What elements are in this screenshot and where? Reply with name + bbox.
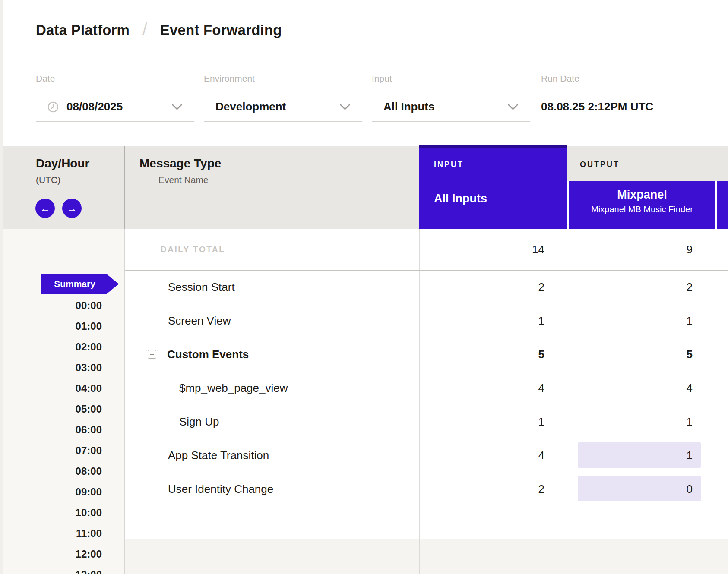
run-date-label: Run Date xyxy=(541,73,579,84)
table-footer-area xyxy=(125,539,728,574)
output-count: 4 xyxy=(567,371,693,405)
hour-item[interactable]: 08:00 xyxy=(3,465,102,478)
input-column-name: All Inputs xyxy=(434,192,487,205)
arrow-left-icon: ← xyxy=(40,202,51,214)
message-type-header: Message Type xyxy=(139,157,221,170)
input-group-label: INPUT xyxy=(434,160,464,169)
output-count: 2 xyxy=(567,270,693,304)
input-column-header: INPUT All Inputs xyxy=(419,145,567,229)
breadcrumb-section[interactable]: Data Platform xyxy=(36,22,130,38)
table-row: App State Transition 4 1 xyxy=(125,438,728,472)
summary-tab-label: Summary xyxy=(54,274,95,294)
output-name: Mixpanel xyxy=(569,188,715,202)
date-dropdown[interactable]: 08/08/2025 xyxy=(36,92,194,122)
output-count: 0 xyxy=(567,472,693,506)
arrow-right-icon: → xyxy=(67,202,77,214)
day-hour-header: Day/Hour xyxy=(36,157,89,170)
hour-item[interactable]: 05:00 xyxy=(3,403,102,416)
output-count: 1 xyxy=(567,438,693,472)
chevron-down-icon xyxy=(339,104,351,110)
collapse-minus-icon[interactable] xyxy=(148,350,156,359)
hour-item[interactable]: 00:00 xyxy=(3,299,102,312)
hour-item[interactable]: 04:00 xyxy=(3,382,102,395)
output-column-header-mixpanel: Mixpanel Mixpanel MB Music Finder xyxy=(567,181,715,229)
hour-item[interactable]: 02:00 xyxy=(3,341,102,353)
hour-list: 00:00 01:00 02:00 03:00 04:00 05:00 06:0… xyxy=(3,299,102,574)
hour-item[interactable]: 09:00 xyxy=(3,486,102,498)
hour-item[interactable]: 10:00 xyxy=(3,506,102,519)
run-date-value: 08.08.25 2:12PM UTC xyxy=(541,100,653,114)
input-label: Input xyxy=(372,73,392,84)
daily-total-output-value: 9 xyxy=(567,229,693,270)
table-row: Sign Up 1 1 xyxy=(125,405,728,438)
table-row: Session Start 2 2 xyxy=(125,270,728,304)
breadcrumb-separator: / xyxy=(142,20,147,38)
page-title: Event Forwarding xyxy=(160,22,282,38)
table-row: $mp_web_page_view 4 4 xyxy=(125,371,728,405)
next-day-button[interactable]: → xyxy=(62,199,82,218)
breadcrumb: Data Platform / Event Forwarding xyxy=(3,0,728,60)
input-count: 5 xyxy=(419,337,544,371)
previous-day-button[interactable]: ← xyxy=(35,199,55,218)
date-label: Date xyxy=(36,73,55,84)
hour-item[interactable]: 13:00 xyxy=(3,568,102,574)
event-forwarding-page: Data Platform / Event Forwarding Date 08… xyxy=(0,0,728,574)
daily-total-input-value: 14 xyxy=(419,229,544,270)
input-count: 4 xyxy=(419,371,544,405)
hour-item[interactable]: 06:00 xyxy=(3,423,102,436)
summary-tab[interactable]: Summary xyxy=(41,274,119,294)
daily-total-label: DAILY TOTAL xyxy=(161,229,225,270)
event-label: Screen View xyxy=(168,304,231,337)
event-name-subtitle: Event Name xyxy=(158,175,209,185)
event-label: App State Transition xyxy=(168,438,269,472)
date-value: 08/08/2025 xyxy=(66,100,123,114)
input-count: 2 xyxy=(419,472,544,506)
table-row: User Identity Change 2 0 xyxy=(125,472,728,506)
input-count: 1 xyxy=(419,304,544,337)
output-count: 1 xyxy=(567,405,693,438)
table-row: Custom Events 5 5 xyxy=(125,337,728,371)
day-hour-subtitle: (UTC) xyxy=(36,175,60,185)
event-group-label: Custom Events xyxy=(167,337,249,371)
clock-icon xyxy=(47,101,59,113)
hour-item[interactable]: 12:00 xyxy=(3,548,102,561)
event-label: $mp_web_page_view xyxy=(179,371,288,405)
hour-item[interactable]: 01:00 xyxy=(3,320,102,333)
chevron-down-icon xyxy=(507,104,519,110)
hour-item[interactable]: 11:00 xyxy=(3,527,102,540)
environment-dropdown[interactable]: Development xyxy=(204,92,362,122)
output-column-header-partial xyxy=(715,181,728,229)
output-count: 5 xyxy=(567,337,693,371)
environment-value: Development xyxy=(215,100,286,114)
output-group-label: OUTPUT xyxy=(580,160,620,169)
input-count: 2 xyxy=(419,270,544,304)
input-count: 4 xyxy=(419,438,544,472)
event-label: Sign Up xyxy=(179,405,219,438)
table-row: Screen View 1 1 xyxy=(125,304,728,337)
output-count: 1 xyxy=(567,304,693,337)
hour-item[interactable]: 03:00 xyxy=(3,361,102,374)
output-subtitle: Mixpanel MB Music Finder xyxy=(569,205,715,214)
event-label: User Identity Change xyxy=(168,472,273,506)
event-label: Session Start xyxy=(168,270,235,304)
chevron-down-icon xyxy=(171,104,183,110)
input-column-accent-strip xyxy=(419,145,567,148)
column-divider xyxy=(124,146,125,229)
input-value: All Inputs xyxy=(383,100,434,114)
environment-label: Environment xyxy=(204,73,255,84)
hour-item[interactable]: 07:00 xyxy=(3,444,102,457)
input-count: 1 xyxy=(419,405,544,438)
input-dropdown[interactable]: All Inputs xyxy=(372,92,530,122)
